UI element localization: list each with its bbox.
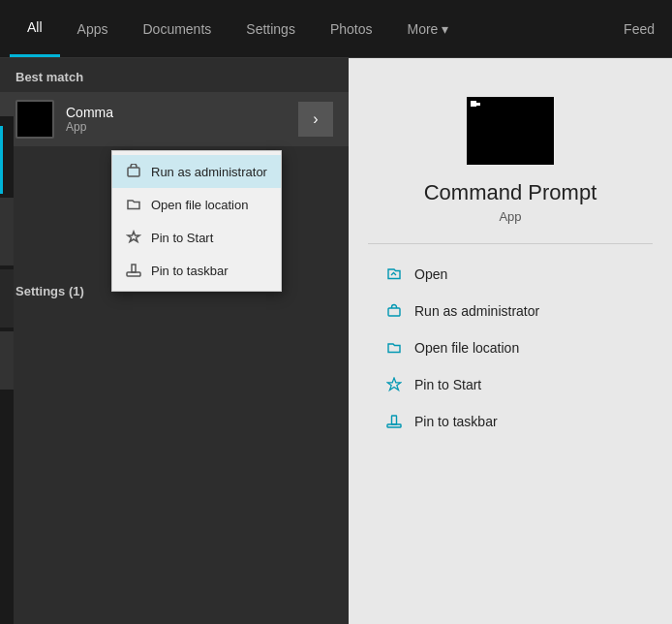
cursor-line <box>473 103 480 106</box>
tab-all[interactable]: All <box>10 0 60 57</box>
open-file-location-icon <box>385 339 403 357</box>
action-run-admin-label: Run as administrator <box>414 303 539 319</box>
feed-label: Feed <box>606 14 672 45</box>
expand-arrow-button[interactable]: › <box>298 102 333 137</box>
action-pin-start-label: Pin to Start <box>414 377 481 392</box>
cmd-icon-small <box>17 102 52 137</box>
best-match-heading: Best match <box>0 58 349 92</box>
run-admin-right-icon <box>385 302 403 320</box>
action-open-file-location-label: Open file location <box>414 340 519 356</box>
tab-photos[interactable]: Photos <box>313 0 390 57</box>
open-file-icon <box>126 197 141 212</box>
action-pin-taskbar[interactable]: Pin to taskbar <box>378 403 643 440</box>
thumb-item-2 <box>0 198 14 265</box>
pin-start-icon <box>126 230 141 245</box>
app-result-item[interactable]: Comma App › <box>0 92 349 146</box>
open-icon <box>385 265 403 283</box>
context-pin-start[interactable]: Pin to Start <box>112 221 281 254</box>
svg-rect-2 <box>388 308 400 316</box>
pin-taskbar-right-icon <box>385 413 403 430</box>
app-info: Comma App <box>66 105 113 134</box>
main-content: Best match Comma App › Run <box>0 58 672 624</box>
action-open[interactable]: Open <box>378 256 643 293</box>
thumb-item-1 <box>0 126 14 194</box>
svg-rect-0 <box>128 168 139 176</box>
tab-settings[interactable]: Settings <box>229 0 313 57</box>
thumb-item-3 <box>0 269 14 328</box>
context-run-admin-label: Run as administrator <box>151 165 267 179</box>
context-open-file-loc[interactable]: Open file location <box>112 188 281 221</box>
right-app-title: Command Prompt <box>424 180 597 205</box>
context-pin-taskbar-label: Pin to taskbar <box>151 264 229 278</box>
context-run-admin[interactable]: Run as administrator <box>112 155 281 188</box>
context-menu: Run as administrator Open file location <box>111 150 282 292</box>
action-run-admin[interactable]: Run as administrator <box>378 293 643 329</box>
divider <box>368 243 653 244</box>
right-app-type: App <box>499 209 521 224</box>
context-pin-taskbar[interactable]: Pin to taskbar <box>112 254 281 287</box>
action-open-label: Open <box>414 266 447 282</box>
tab-documents[interactable]: Documents <box>125 0 229 57</box>
left-panel: Best match Comma App › Run <box>0 58 349 624</box>
chevron-down-icon: ▾ <box>442 21 448 37</box>
app-type-label: App <box>66 120 113 134</box>
right-panel: Command Prompt App Open <box>349 58 672 624</box>
cmd-preview-icon <box>467 97 554 165</box>
tab-apps[interactable]: Apps <box>60 0 126 57</box>
svg-rect-4 <box>392 416 397 424</box>
context-open-file-label: Open file location <box>151 198 248 212</box>
left-thumbnail-strip <box>0 116 14 624</box>
tab-more[interactable]: More ▾ <box>389 0 466 57</box>
app-name-label: Comma <box>66 105 113 120</box>
app-icon-small <box>15 100 54 139</box>
action-pin-taskbar-label: Pin to taskbar <box>414 414 498 429</box>
thumb-item-4 <box>0 331 14 390</box>
pin-taskbar-icon <box>126 263 141 278</box>
top-navigation: All Apps Documents Settings Photos More … <box>0 0 672 58</box>
pin-start-right-icon <box>385 376 403 393</box>
action-open-file-location[interactable]: Open file location <box>378 329 643 366</box>
run-admin-icon <box>126 164 141 179</box>
action-pin-start[interactable]: Pin to Start <box>378 366 643 403</box>
context-pin-start-label: Pin to Start <box>151 231 213 245</box>
action-list: Open Run as administrator <box>368 256 653 440</box>
